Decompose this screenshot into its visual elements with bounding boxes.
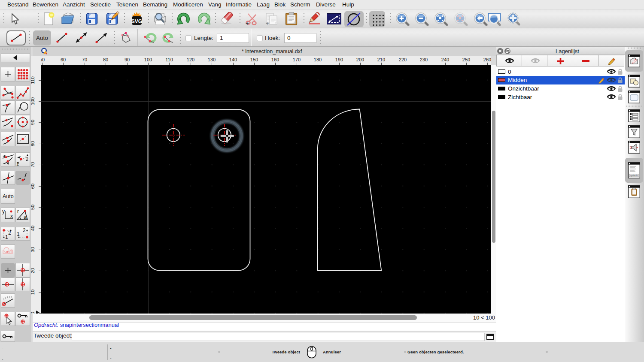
svg-text:1: 1 — [5, 234, 8, 240]
svg-text:a: a — [24, 214, 27, 220]
svg-text:r: r — [17, 208, 19, 214]
svg-text:SVG: SVG — [131, 18, 142, 24]
svg-text:2: 2 — [26, 157, 28, 162]
svg-text:x: x — [10, 213, 13, 219]
svg-text:+: + — [246, 20, 249, 26]
svg-text:2: 2 — [23, 227, 26, 233]
svg-text:1: 1 — [17, 231, 20, 237]
svg-text:2: 2 — [8, 230, 11, 236]
svg-text:y: y — [2, 208, 5, 214]
svg-text:+: + — [266, 21, 269, 26]
svg-text:opdracht: opdracht — [630, 175, 638, 177]
svg-text:Auto: Auto — [3, 193, 14, 199]
svg-text:1: 1 — [16, 161, 19, 166]
